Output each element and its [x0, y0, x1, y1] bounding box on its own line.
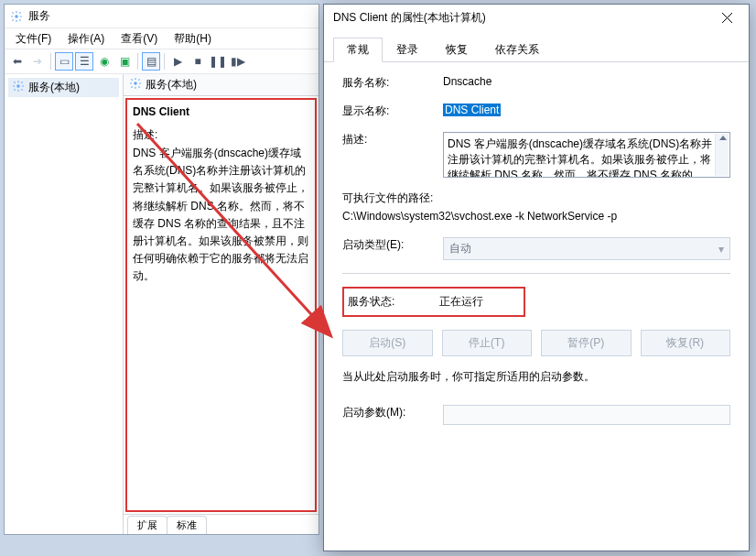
separator [164, 53, 165, 70]
tab-logon[interactable]: 登录 [383, 38, 432, 62]
menu-view[interactable]: 查看(V) [113, 29, 165, 49]
gear-icon [10, 10, 23, 23]
service-name-value: Dnscache [443, 75, 730, 88]
close-button[interactable] [707, 5, 747, 29]
restart-icon[interactable]: ▮▶ [229, 52, 247, 71]
list-icon[interactable]: ☰ [75, 52, 93, 71]
description-label: 描述: [342, 132, 443, 147]
service-name-label: 服务名称: [342, 75, 443, 91]
separator [50, 53, 51, 70]
divider [342, 273, 730, 274]
play-icon[interactable]: ▶ [168, 52, 187, 71]
tab-recovery[interactable]: 恢复 [432, 38, 481, 62]
startup-type-label: 启动类型(E): [342, 237, 443, 253]
svg-point-0 [15, 15, 18, 18]
services-detail-panel: DNS Client 描述: DNS 客户端服务(dnscache)缓存域名系统… [125, 98, 317, 512]
forward-icon[interactable]: ➔ [28, 52, 47, 71]
services-detail-wrap: 服务(本地) DNS Client 描述: DNS 客户端服务(dnscache… [124, 74, 319, 534]
status-value: 正在运行 [439, 294, 483, 310]
tab-standard[interactable]: 标准 [167, 516, 207, 534]
param-label: 启动参数(M): [342, 405, 443, 420]
svg-point-2 [134, 82, 137, 85]
refresh-icon[interactable]: ▣ [115, 52, 134, 71]
menubar: 文件(F) 操作(A) 查看(V) 帮助(H) [5, 28, 319, 49]
properties-tabbar: 常规 登录 恢复 依存关系 [324, 30, 749, 62]
startup-hint: 当从此处启动服务时，你可指定所适用的启动参数。 [342, 369, 730, 385]
toolbar: ⬅ ➔ ▭ ☰ ◉ ▣ ▤ ▶ ■ ❚❚ ▮▶ [5, 49, 319, 74]
description-value: DNS 客户端服务(dnscache)缓存域名系统(DNS)名称并注册该计算机的… [448, 137, 712, 178]
svg-point-1 [16, 84, 20, 88]
back-icon[interactable]: ⬅ [8, 52, 27, 71]
services-tree: 服务(本地) [5, 74, 124, 534]
description-text: DNS 客户端服务(dnscache)缓存域名系统(DNS)名称并注册该计算机的… [133, 145, 309, 286]
services-titlebar[interactable]: 服务 [5, 5, 319, 28]
status-label: 服务状态: [348, 294, 439, 310]
selected-service-name: DNS Client [133, 105, 309, 118]
properties-dialog: DNS Client 的属性(本地计算机) 常规 登录 恢复 依存关系 服务名称… [323, 4, 750, 551]
gear-icon [129, 77, 142, 93]
description-label: 描述: [133, 127, 309, 143]
service-status-row: 服务状态: 正在运行 [342, 287, 525, 317]
exe-path-value: C:\Windows\system32\svchost.exe -k Netwo… [342, 210, 730, 223]
exe-path-label: 可执行文件的路径: [342, 191, 730, 206]
param-input [443, 405, 730, 425]
props-icon[interactable]: ▤ [142, 52, 160, 71]
start-button: 启动(S) [342, 330, 433, 356]
menu-help[interactable]: 帮助(H) [167, 29, 219, 49]
services-detail-header: 服务(本地) [124, 74, 319, 96]
stop-button: 停止(T) [442, 330, 533, 356]
separator [137, 53, 138, 70]
display-name-label: 显示名称: [342, 104, 443, 119]
view-icon[interactable]: ▭ [55, 52, 73, 71]
pause-button: 暂停(P) [541, 330, 632, 356]
tree-item-local[interactable]: 服务(本地) [8, 78, 119, 97]
services-window: 服务 文件(F) 操作(A) 查看(V) 帮助(H) ⬅ ➔ ▭ ☰ ◉ ▣ ▤… [4, 4, 319, 535]
detail-header-label: 服务(本地) [146, 77, 197, 93]
startup-type-select: 自动 ▾ [443, 237, 730, 260]
services-title: 服务 [28, 8, 50, 24]
startup-type-value: 自动 [449, 241, 471, 256]
detail-tabstrip: 扩展 标准 [124, 514, 319, 534]
stop-icon[interactable]: ■ [189, 52, 207, 71]
resume-button: 恢复(R) [641, 330, 731, 356]
control-button-row: 启动(S) 停止(T) 暂停(P) 恢复(R) [342, 330, 730, 356]
menu-file[interactable]: 文件(F) [8, 29, 59, 49]
tab-content-general: 服务名称: Dnscache 显示名称: DNS Client 描述: DNS … [324, 62, 749, 451]
close-icon [722, 13, 732, 23]
description-textbox[interactable]: DNS 客户端服务(dnscache)缓存域名系统(DNS)名称并注册该计算机的… [443, 132, 730, 178]
tree-item-label: 服务(本地) [28, 80, 80, 95]
tab-extended[interactable]: 扩展 [127, 516, 167, 534]
menu-action[interactable]: 操作(A) [60, 29, 112, 49]
properties-titlebar[interactable]: DNS Client 的属性(本地计算机) [324, 5, 749, 30]
display-name-value[interactable]: DNS Client [443, 104, 501, 116]
gear-icon [12, 80, 25, 95]
find-icon[interactable]: ◉ [95, 52, 113, 71]
chevron-down-icon: ▾ [718, 243, 724, 256]
properties-title: DNS Client 的属性(本地计算机) [333, 10, 486, 26]
services-body: 服务(本地) 服务(本地) DNS Client 描述: DNS 客户端服务(d… [5, 74, 319, 534]
tab-dependencies[interactable]: 依存关系 [481, 38, 553, 62]
pause-icon[interactable]: ❚❚ [209, 52, 227, 71]
tab-general[interactable]: 常规 [333, 38, 383, 62]
scrollbar[interactable] [715, 134, 729, 176]
